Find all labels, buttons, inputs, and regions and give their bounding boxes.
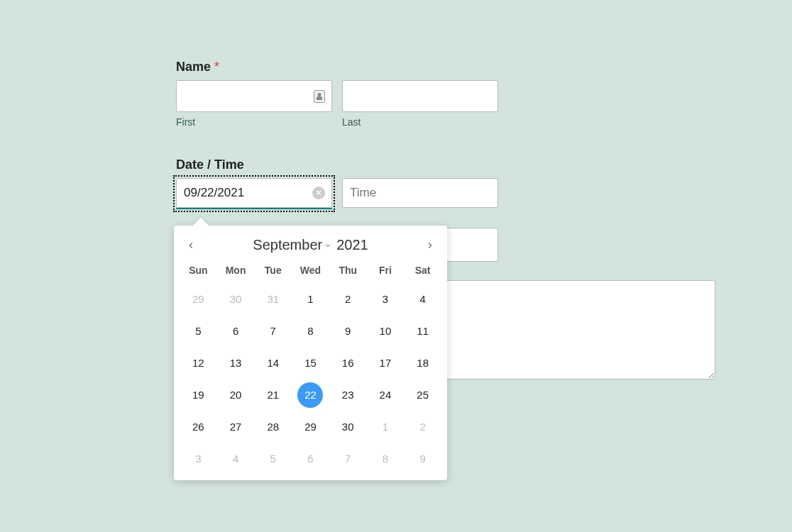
calendar-day[interactable]: 19 — [180, 379, 217, 411]
calendar-weekday: Fri — [367, 260, 405, 283]
calendar-day[interactable]: 18 — [404, 347, 441, 379]
clear-date-icon[interactable]: ✕ — [312, 187, 325, 199]
calendar-day[interactable]: 30 — [329, 411, 367, 443]
calendar-day[interactable]: 12 — [180, 347, 217, 379]
calendar-day[interactable]: 25 — [404, 379, 441, 411]
calendar-day[interactable]: 7 — [329, 443, 367, 475]
calendar-day[interactable]: 8 — [367, 443, 405, 475]
calendar-day[interactable]: 6 — [292, 443, 329, 475]
datetime-label: Date / Time — [176, 157, 715, 172]
name-row: First Last — [176, 80, 715, 128]
date-row: ✕ — [176, 178, 715, 209]
calendar-day[interactable]: 31 — [254, 283, 292, 315]
date-input-wrap: ✕ — [176, 178, 332, 209]
calendar-day[interactable]: 6 — [217, 315, 255, 347]
calendar-grid: SunMonTueWedThuFriSat2930311234567891011… — [180, 260, 441, 475]
calendar-header: September 2021 — [180, 234, 441, 260]
calendar-day[interactable]: 17 — [367, 347, 405, 379]
time-input[interactable] — [342, 178, 498, 208]
calendar-day[interactable]: 27 — [217, 411, 255, 443]
calendar-day[interactable]: 5 — [254, 443, 292, 475]
calendar-weekday: Sat — [404, 260, 441, 283]
calendar-day[interactable]: 8 — [292, 315, 329, 347]
calendar-day[interactable]: 9 — [329, 315, 367, 347]
calendar-day[interactable]: 13 — [217, 347, 255, 379]
calendar-popup: September 2021 SunMonTueWedThuFriSat2930… — [174, 226, 447, 480]
calendar-day[interactable]: 16 — [329, 347, 367, 379]
calendar-day[interactable]: 4 — [217, 443, 255, 475]
calendar-day[interactable]: 1 — [292, 283, 329, 315]
calendar-day[interactable]: 14 — [254, 347, 292, 379]
calendar-day[interactable]: 4 — [404, 283, 441, 315]
calendar-month: September — [253, 237, 322, 253]
month-selector[interactable]: September — [253, 237, 332, 253]
calendar-year[interactable]: 2021 — [336, 237, 368, 253]
calendar-day[interactable]: 3 — [180, 443, 217, 475]
calendar-day[interactable]: 20 — [217, 379, 255, 411]
calendar-day[interactable]: 10 — [367, 315, 405, 347]
calendar-weekday: Tue — [254, 260, 292, 283]
calendar-weekday: Sun — [180, 260, 217, 283]
name-label-text: Name — [176, 60, 211, 74]
calendar-title: September 2021 — [253, 237, 368, 253]
name-label: Name * — [176, 60, 715, 74]
calendar-weekday: Wed — [292, 260, 329, 283]
calendar-day[interactable]: 29 — [180, 283, 217, 315]
required-indicator: * — [214, 60, 219, 74]
calendar-day[interactable]: 2 — [329, 283, 367, 315]
calendar-day[interactable]: 24 — [367, 379, 405, 411]
last-name-input[interactable] — [342, 80, 498, 112]
first-name-group: First — [176, 80, 332, 128]
calendar-day[interactable]: 7 — [254, 315, 292, 347]
calendar-day[interactable]: 2 — [404, 411, 441, 443]
calendar-day[interactable]: 9 — [404, 443, 441, 475]
calendar-day[interactable]: 28 — [254, 411, 292, 443]
calendar-day[interactable]: 5 — [180, 315, 217, 347]
first-sublabel: First — [176, 116, 332, 128]
last-sublabel: Last — [342, 116, 498, 128]
calendar-day[interactable]: 3 — [367, 283, 405, 315]
date-input[interactable] — [176, 178, 332, 208]
calendar-weekday: Mon — [217, 260, 255, 283]
calendar-day[interactable]: 1 — [367, 411, 405, 443]
last-name-group: Last — [342, 80, 498, 128]
calendar-day[interactable]: 22 — [292, 379, 329, 411]
calendar-weekday: Thu — [329, 260, 367, 283]
calendar-day[interactable]: 15 — [292, 347, 329, 379]
chevron-down-icon — [324, 241, 332, 250]
prev-month-button[interactable] — [184, 238, 198, 253]
calendar-day[interactable]: 26 — [180, 411, 217, 443]
next-month-button[interactable] — [423, 238, 437, 253]
calendar-day[interactable]: 21 — [254, 379, 292, 411]
calendar-day[interactable]: 23 — [329, 379, 367, 411]
first-name-input[interactable] — [176, 80, 332, 112]
calendar-day[interactable]: 29 — [292, 411, 329, 443]
calendar-day[interactable]: 30 — [217, 283, 255, 315]
contact-icon[interactable] — [314, 90, 325, 103]
calendar-day[interactable]: 11 — [404, 315, 441, 347]
